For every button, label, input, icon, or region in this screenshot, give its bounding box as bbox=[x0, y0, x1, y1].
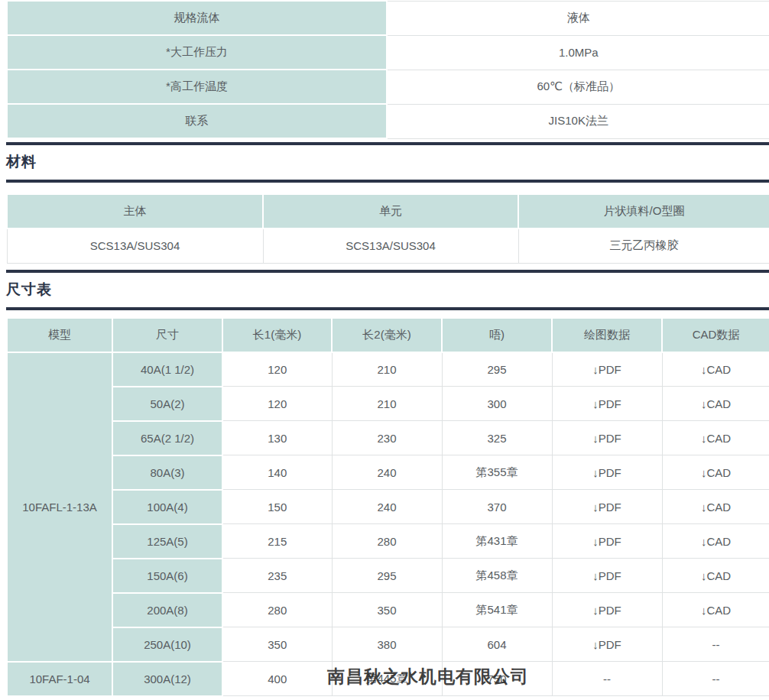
len2-cell: 210 bbox=[332, 352, 442, 387]
dimension-table: 模型 尺寸 长1(毫米) 长2(毫米) 唔) 绘图数据 CAD数据 10FAFL… bbox=[6, 317, 769, 697]
material-section-header: 材料 bbox=[6, 142, 769, 183]
cad-download-link[interactable]: ↓CAD bbox=[662, 559, 769, 593]
height-cell: 300 bbox=[442, 387, 552, 421]
pdf-download-link[interactable]: ↓PDF bbox=[552, 421, 662, 455]
height-cell: 第355章 bbox=[442, 455, 552, 490]
dimension-section-title: 尺寸表 bbox=[6, 280, 769, 300]
table-row: 200A(8) 280 350 第541章 ↓PDF ↓CAD bbox=[7, 593, 769, 627]
len1-cell: 280 bbox=[222, 593, 332, 627]
len1-cell: 215 bbox=[222, 524, 332, 559]
dim-header-h: 唔) bbox=[442, 318, 552, 352]
size-cell: 250A(10) bbox=[112, 627, 222, 662]
height-cell: 370 bbox=[442, 490, 552, 524]
len1-cell: 120 bbox=[222, 387, 332, 421]
table-row: 10FAF-1-04 300A(12) 400 第445章 750 -- -- bbox=[7, 662, 769, 696]
cad-download-link[interactable]: ↓CAD bbox=[662, 455, 769, 490]
pdf-download-link[interactable]: ↓PDF bbox=[552, 490, 662, 524]
spec-label-connection: 联系 bbox=[7, 104, 387, 138]
cad-download-link[interactable]: ↓CAD bbox=[662, 352, 769, 387]
cad-download-link[interactable]: ↓CAD bbox=[662, 524, 769, 559]
height-cell: 295 bbox=[442, 352, 552, 387]
pdf-download-link[interactable]: ↓PDF bbox=[552, 559, 662, 593]
size-cell: 125A(5) bbox=[112, 524, 222, 559]
material-value-unit: SCS13A/SUS304 bbox=[263, 228, 518, 263]
table-row: 250A(10) 350 380 604 ↓PDF -- bbox=[7, 627, 769, 662]
material-table: 主体 单元 片状填料/O型圈 SCS13A/SUS304 SCS13A/SUS3… bbox=[6, 193, 769, 264]
model-cell: 10FAFL-1-13A bbox=[7, 352, 112, 662]
dim-header-len2: 长2(毫米) bbox=[332, 318, 442, 352]
material-header-seal: 片状填料/O型圈 bbox=[518, 194, 769, 228]
table-row: 100A(4) 150 240 370 ↓PDF ↓CAD bbox=[7, 490, 769, 524]
spec-value-max-temperature: 60℃（标准品） bbox=[387, 70, 769, 104]
len2-cell: 210 bbox=[332, 387, 442, 421]
dim-header-model: 模型 bbox=[7, 318, 112, 352]
table-row: 联系 JIS10K法兰 bbox=[7, 104, 769, 138]
pdf-download-link[interactable]: ↓PDF bbox=[552, 455, 662, 490]
spec-value-connection: JIS10K法兰 bbox=[387, 104, 769, 138]
height-cell: 第458章 bbox=[442, 559, 552, 593]
dim-header-len1: 长1(毫米) bbox=[222, 318, 332, 352]
spec-value-max-pressure: 1.0MPa bbox=[387, 35, 769, 70]
material-header-body: 主体 bbox=[7, 194, 263, 228]
material-section-title: 材料 bbox=[6, 152, 769, 172]
len2-cell: 295 bbox=[332, 559, 442, 593]
len1-cell: 130 bbox=[222, 421, 332, 455]
spec-label-max-temperature: *高工作温度 bbox=[7, 70, 387, 104]
height-cell: 750 bbox=[442, 662, 552, 696]
spec-label-max-pressure: *大工作压力 bbox=[7, 35, 387, 70]
height-cell: 325 bbox=[442, 421, 552, 455]
pdf-cell-empty: -- bbox=[552, 662, 662, 696]
table-row: 150A(6) 235 295 第458章 ↓PDF ↓CAD bbox=[7, 559, 769, 593]
cad-download-link[interactable]: ↓CAD bbox=[662, 387, 769, 421]
len2-cell: 380 bbox=[332, 627, 442, 662]
size-cell: 65A(2 1/2) bbox=[112, 421, 222, 455]
pdf-download-link[interactable]: ↓PDF bbox=[552, 627, 662, 662]
material-header-unit: 单元 bbox=[263, 194, 518, 228]
table-row: 125A(5) 215 280 第431章 ↓PDF ↓CAD bbox=[7, 524, 769, 559]
dim-header-size: 尺寸 bbox=[112, 318, 222, 352]
len1-cell: 150 bbox=[222, 490, 332, 524]
size-cell: 200A(8) bbox=[112, 593, 222, 627]
table-header-row: 主体 单元 片状填料/O型圈 bbox=[7, 194, 769, 228]
len1-cell: 235 bbox=[222, 559, 332, 593]
height-cell: 604 bbox=[442, 627, 552, 662]
dimension-section-header: 尺寸表 bbox=[6, 270, 769, 310]
len2-cell: 第445章 bbox=[332, 662, 442, 696]
material-value-body: SCS13A/SUS304 bbox=[7, 228, 263, 263]
pdf-download-link[interactable]: ↓PDF bbox=[552, 593, 662, 627]
pdf-download-link[interactable]: ↓PDF bbox=[552, 387, 662, 421]
table-row: *高工作温度 60℃（标准品） bbox=[7, 70, 769, 104]
len2-cell: 240 bbox=[332, 490, 442, 524]
height-cell: 第541章 bbox=[442, 593, 552, 627]
table-row: 80A(3) 140 240 第355章 ↓PDF ↓CAD bbox=[7, 455, 769, 490]
size-cell: 300A(12) bbox=[112, 662, 222, 696]
size-cell: 80A(3) bbox=[112, 455, 222, 490]
cad-download-link[interactable]: ↓CAD bbox=[662, 490, 769, 524]
dim-header-cad: CAD数据 bbox=[662, 318, 769, 352]
dim-header-drawing: 绘图数据 bbox=[552, 318, 662, 352]
pdf-download-link[interactable]: ↓PDF bbox=[552, 524, 662, 559]
spec-label-fluid: 规格流体 bbox=[7, 1, 387, 35]
cad-download-link[interactable]: ↓CAD bbox=[662, 421, 769, 455]
len1-cell: 400 bbox=[222, 662, 332, 696]
table-header-row: 模型 尺寸 长1(毫米) 长2(毫米) 唔) 绘图数据 CAD数据 bbox=[7, 318, 769, 352]
table-row: 规格流体 液体 bbox=[7, 1, 769, 35]
material-value-seal: 三元乙丙橡胶 bbox=[518, 228, 769, 263]
table-row: 10FAFL-1-13A 40A(1 1/2) 120 210 295 ↓PDF… bbox=[7, 352, 769, 387]
size-cell: 50A(2) bbox=[112, 387, 222, 421]
model-cell: 10FAF-1-04 bbox=[7, 662, 112, 696]
len1-cell: 120 bbox=[222, 352, 332, 387]
cad-cell-empty: -- bbox=[662, 662, 769, 696]
len1-cell: 350 bbox=[222, 627, 332, 662]
size-cell: 100A(4) bbox=[112, 490, 222, 524]
table-row: 65A(2 1/2) 130 230 325 ↓PDF ↓CAD bbox=[7, 421, 769, 455]
len1-cell: 140 bbox=[222, 455, 332, 490]
table-row: *大工作压力 1.0MPa bbox=[7, 35, 769, 70]
cad-cell-empty: -- bbox=[662, 627, 769, 662]
len2-cell: 240 bbox=[332, 455, 442, 490]
cad-download-link[interactable]: ↓CAD bbox=[662, 593, 769, 627]
table-row: 50A(2) 120 210 300 ↓PDF ↓CAD bbox=[7, 387, 769, 421]
pdf-download-link[interactable]: ↓PDF bbox=[552, 352, 662, 387]
spec-value-fluid: 液体 bbox=[387, 1, 769, 35]
product-spec-page: 规格流体 液体 *大工作压力 1.0MPa *高工作温度 60℃（标准品） 联系… bbox=[0, 0, 769, 700]
